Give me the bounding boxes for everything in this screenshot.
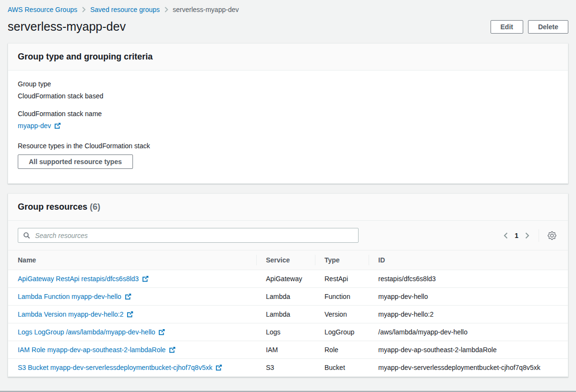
stack-link-label: myapp-dev — [18, 122, 51, 130]
resources-count-badge: (6) — [90, 202, 100, 212]
resources-toolbar: 1 — [8, 221, 568, 250]
table-controls: 1 — [501, 229, 558, 242]
resource-link-label: Lambda Function myapp-dev-hello — [18, 293, 121, 300]
id-cell: myapp-dev-serverlessdeploymentbucket-cjh… — [369, 359, 568, 377]
id-cell: restapis/dfcs6s8ld3 — [369, 270, 568, 288]
name-cell: Logs LogGroup /aws/lambda/myapp-dev-hell… — [8, 323, 256, 341]
table-row: ApiGateway RestApi restapis/dfcs6s8ld3 A… — [8, 270, 568, 288]
name-cell: IAM Role myapp-dev-ap-southeast-2-lambda… — [8, 341, 256, 359]
resource-types-label: Resource types in the CloudFormation sta… — [18, 142, 558, 150]
delete-button[interactable]: Delete — [528, 20, 568, 34]
search-input[interactable] — [34, 231, 353, 240]
external-link-icon — [169, 346, 176, 353]
resources-table-body: ApiGateway RestApi restapis/dfcs6s8ld3 A… — [8, 270, 568, 377]
column-header-service: Service — [256, 250, 315, 270]
search-icon — [23, 232, 30, 239]
column-header-id: ID — [369, 250, 568, 270]
id-cell: myapp-dev-hello:2 — [369, 306, 568, 323]
external-link-icon — [158, 329, 165, 335]
group-type-field: Group type CloudFormation stack based — [18, 80, 558, 100]
service-cell: Lambda — [256, 306, 315, 323]
chevron-right-icon — [525, 232, 530, 239]
service-cell: IAM — [256, 341, 315, 359]
id-cell: myapp-dev-hello — [369, 288, 568, 306]
external-link-icon — [216, 364, 222, 371]
service-cell: Logs — [256, 323, 315, 341]
resources-table: Name Service Type ID ApiGateway RestApi … — [8, 250, 568, 377]
breadcrumb-link-saved-resource-groups[interactable]: Saved resource groups — [90, 6, 160, 13]
chevron-left-icon — [503, 232, 508, 239]
type-cell: Role — [315, 341, 369, 359]
criteria-card-title: Group type and grouping criteria — [18, 52, 558, 62]
chevron-right-icon — [164, 7, 168, 12]
group-type-label: Group type — [18, 80, 558, 88]
pagination-current-page: 1 — [515, 232, 518, 239]
type-cell: Bucket — [315, 359, 369, 377]
page-title: serverless-myapp-dev — [8, 20, 126, 34]
gear-icon — [548, 231, 556, 240]
table-row: S3 Bucket myapp-dev-serverlessdeployment… — [8, 359, 568, 377]
resources-card-title-text: Group resources — [18, 202, 87, 212]
name-cell: Lambda Function myapp-dev-hello — [8, 288, 256, 306]
type-cell: Function — [315, 288, 369, 306]
resource-link[interactable]: ApiGateway RestApi restapis/dfcs6s8ld3 — [18, 275, 149, 283]
type-cell: LogGroup — [315, 323, 369, 341]
resource-link-label: Logs LogGroup /aws/lambda/myapp-dev-hell… — [18, 328, 155, 336]
resource-types-field: Resource types in the CloudFormation sta… — [18, 142, 558, 169]
settings-button[interactable] — [546, 229, 558, 242]
resources-card: Group resources (6) 1 — [8, 193, 568, 377]
external-link-icon — [142, 275, 149, 282]
search-box[interactable] — [18, 228, 359, 243]
resource-link[interactable]: Lambda Function myapp-dev-hello — [18, 293, 132, 300]
pagination-prev-button[interactable] — [501, 230, 510, 241]
resource-types-value-button[interactable]: All supported resource types — [18, 154, 133, 169]
id-cell: /aws/lambda/myapp-dev-hello — [369, 323, 568, 341]
resource-link-label: ApiGateway RestApi restapis/dfcs6s8ld3 — [18, 275, 139, 283]
table-row: IAM Role myapp-dev-ap-southeast-2-lambda… — [8, 341, 568, 359]
toolbar-divider — [539, 229, 539, 242]
breadcrumb-link-aws-resource-groups[interactable]: AWS Resource Groups — [8, 6, 77, 13]
name-cell: Lambda Version myapp-dev-hello:2 — [8, 306, 256, 323]
resource-link[interactable]: Lambda Version myapp-dev-hello:2 — [18, 310, 133, 318]
pagination-next-button[interactable] — [523, 230, 532, 241]
name-cell: S3 Bucket myapp-dev-serverlessdeployment… — [8, 359, 256, 377]
name-cell: ApiGateway RestApi restapis/dfcs6s8ld3 — [8, 270, 256, 288]
resources-card-header: Group resources (6) — [8, 194, 568, 221]
stack-name-field: CloudFormation stack name myapp-dev — [18, 110, 558, 130]
page: AWS Resource Groups Saved resource group… — [0, 0, 576, 377]
stack-link[interactable]: myapp-dev — [18, 122, 61, 130]
resources-table-head: Name Service Type ID — [8, 250, 568, 270]
table-row: Logs LogGroup /aws/lambda/myapp-dev-hell… — [8, 323, 568, 341]
group-type-value: CloudFormation stack based — [18, 92, 558, 100]
external-link-icon — [127, 311, 133, 318]
service-cell: ApiGateway — [256, 270, 315, 288]
type-cell: Version — [315, 306, 369, 323]
column-header-type: Type — [315, 250, 369, 270]
external-link-icon — [125, 293, 132, 300]
table-row: Lambda Function myapp-dev-hello Lambda F… — [8, 288, 568, 306]
resource-link-label: Lambda Version myapp-dev-hello:2 — [18, 310, 123, 318]
stack-name-label: CloudFormation stack name — [18, 110, 558, 118]
resource-link-label: IAM Role myapp-dev-ap-southeast-2-lambda… — [18, 346, 166, 354]
criteria-card-body: Group type CloudFormation stack based Cl… — [8, 71, 568, 183]
edit-button[interactable]: Edit — [491, 20, 523, 34]
resource-link[interactable]: S3 Bucket myapp-dev-serverlessdeployment… — [18, 364, 222, 371]
resource-link[interactable]: IAM Role myapp-dev-ap-southeast-2-lambda… — [18, 346, 176, 354]
resource-link[interactable]: Logs LogGroup /aws/lambda/myapp-dev-hell… — [18, 328, 165, 336]
type-cell: RestApi — [315, 270, 369, 288]
page-actions: Edit Delete — [491, 20, 568, 34]
id-cell: myapp-dev-ap-southeast-2-lambdaRole — [369, 341, 568, 359]
column-header-name: Name — [8, 250, 256, 270]
breadcrumb: AWS Resource Groups Saved resource group… — [8, 0, 568, 13]
table-row: Lambda Version myapp-dev-hello:2 Lambda … — [8, 306, 568, 323]
criteria-card-header: Group type and grouping criteria — [8, 44, 568, 71]
criteria-card: Group type and grouping criteria Group t… — [8, 43, 568, 184]
page-header: serverless-myapp-dev Edit Delete — [8, 20, 568, 34]
service-cell: S3 — [256, 359, 315, 377]
chevron-right-icon — [82, 7, 86, 12]
resources-card-title: Group resources (6) — [18, 202, 558, 212]
service-cell: Lambda — [256, 288, 315, 306]
external-link-icon — [54, 122, 61, 129]
breadcrumb-current: serverless-myapp-dev — [173, 6, 239, 13]
resource-link-label: S3 Bucket myapp-dev-serverlessdeployment… — [18, 364, 212, 371]
